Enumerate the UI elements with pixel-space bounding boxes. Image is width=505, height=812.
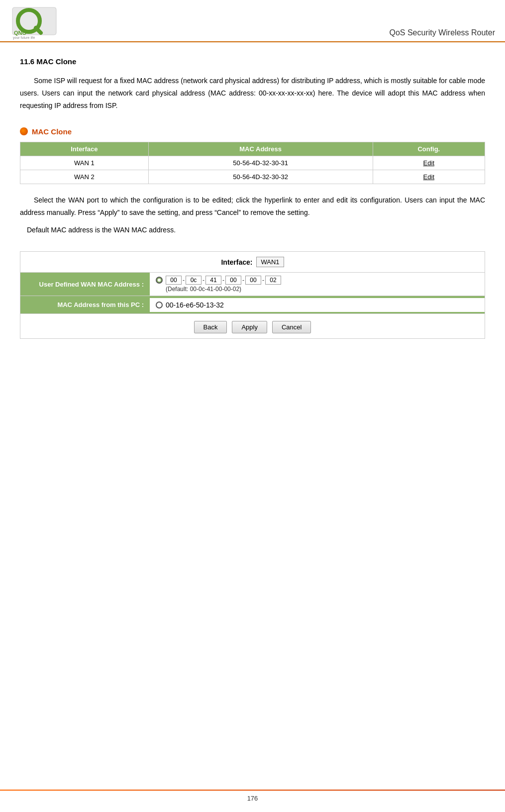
- logo-icon: QNO your future life: [10, 5, 60, 40]
- table-header-row: Interface MAC Address Config.: [20, 142, 485, 156]
- cancel-button[interactable]: Cancel: [272, 321, 311, 333]
- mac-from-pc-radio[interactable]: [156, 302, 163, 308]
- header-title: QoS Security Wireless Router: [389, 28, 495, 37]
- user-defined-mac-content: - - - - - (Default: 00-0c-41-00-00-02): [150, 273, 485, 296]
- mac-from-pc-label: MAC Address from this PC :: [20, 298, 150, 311]
- mac-clone-section: MAC Clone Interface MAC Address Config. …: [20, 127, 485, 184]
- main-content: 11.6 MAC Clone Some ISP will request for…: [0, 42, 505, 369]
- buttons-row: Back Apply Cancel: [20, 314, 485, 338]
- col-config: Config.: [373, 142, 485, 156]
- page-footer: 176: [0, 790, 505, 802]
- table-cell-interface: WAN 2: [20, 170, 149, 184]
- mac-from-pc-content: 00-16-e6-50-13-32: [150, 298, 485, 312]
- logo-area: QNO your future life: [10, 5, 70, 41]
- mac-octet-6[interactable]: [265, 276, 281, 285]
- mac-from-pc-value: 00-16-e6-50-13-32: [166, 301, 224, 309]
- table-cell-mac: 50-56-4D-32-30-31: [148, 156, 373, 170]
- footer-page-number: 176: [247, 795, 258, 802]
- mac-from-pc-row: MAC Address from this PC : 00-16-e6-50-1…: [20, 296, 485, 314]
- edit-link[interactable]: Edit: [423, 159, 434, 167]
- interface-header-row: Interface: WAN1: [20, 252, 485, 273]
- mac-default-text: (Default: 00-0c-41-00-00-02): [166, 286, 479, 293]
- mac-octet-4[interactable]: [225, 276, 241, 285]
- paragraph-1: Some ISP will request for a fixed MAC ad…: [20, 75, 485, 112]
- svg-text:QNO: QNO: [14, 30, 27, 36]
- table-cell-config: Edit: [373, 156, 485, 170]
- table-row: WAN 150-56-4D-32-30-31Edit: [20, 156, 485, 170]
- table-cell-interface: WAN 1: [20, 156, 149, 170]
- page-header: QNO your future life QoS Security Wirele…: [0, 0, 505, 42]
- back-button[interactable]: Back: [194, 321, 227, 333]
- user-defined-radio[interactable]: [156, 277, 163, 284]
- mac-octet-1[interactable]: [166, 276, 182, 285]
- mac-input-group: - - - - -: [166, 276, 281, 285]
- orange-bullet-icon: [20, 127, 28, 135]
- mac-octet-5[interactable]: [245, 276, 261, 285]
- radio-inner: [158, 279, 161, 282]
- header-title-area: QoS Security Wireless Router: [70, 28, 495, 41]
- table-row: WAN 250-56-4D-32-30-32Edit: [20, 170, 485, 184]
- mac-octet-2[interactable]: [186, 276, 202, 285]
- table-cell-config: Edit: [373, 170, 485, 184]
- table-cell-mac: 50-56-4D-32-30-32: [148, 170, 373, 184]
- apply-button[interactable]: Apply: [232, 321, 267, 333]
- mac-clone-title-row: MAC Clone: [20, 127, 485, 136]
- interface-config-panel: Interface: WAN1 User Defined WAN MAC Add…: [20, 251, 485, 339]
- mac-octet-3[interactable]: [205, 276, 221, 285]
- svg-text:your future life: your future life: [13, 36, 35, 40]
- section-heading: 11.6 MAC Clone: [20, 57, 485, 66]
- mac-clone-table: Interface MAC Address Config. WAN 150-56…: [20, 142, 485, 184]
- paragraph-2: Select the WAN port to which the configu…: [20, 194, 485, 219]
- paragraph-3: Default MAC address is the WAN MAC addre…: [20, 224, 485, 236]
- col-mac-address: MAC Address: [148, 142, 373, 156]
- footer-line: [0, 790, 505, 791]
- mac-clone-label: MAC Clone: [32, 127, 72, 136]
- edit-link[interactable]: Edit: [423, 173, 434, 181]
- user-defined-mac-label: User Defined WAN MAC Address :: [20, 278, 150, 291]
- interface-label: Interface:: [221, 258, 252, 266]
- col-interface: Interface: [20, 142, 149, 156]
- interface-value: WAN1: [256, 257, 284, 267]
- user-defined-mac-row: User Defined WAN MAC Address : - - - - -: [20, 273, 485, 296]
